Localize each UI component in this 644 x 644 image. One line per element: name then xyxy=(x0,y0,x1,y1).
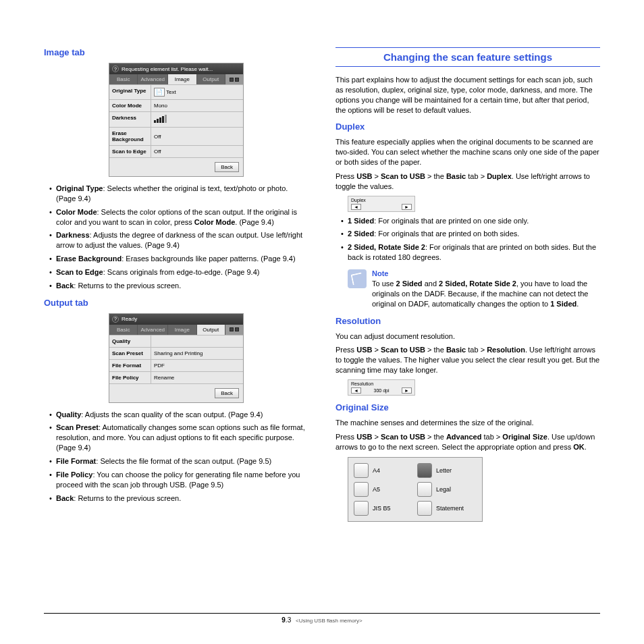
resolution-heading: Resolution xyxy=(336,316,600,326)
tab-advanced[interactable]: Advanced xyxy=(138,325,168,335)
page-footer: 9.3 <Using USB flash memory> xyxy=(44,613,600,624)
size-option[interactable]: Legal xyxy=(417,482,477,497)
page-icon: 📄 xyxy=(154,88,165,97)
image-tab-mock: ?Requesting element list. Please wait...… xyxy=(109,63,244,177)
back-button[interactable]: Back xyxy=(215,162,239,172)
duplex-control[interactable]: Duplex ◄► xyxy=(348,196,415,212)
size-option[interactable]: Statement xyxy=(417,501,477,516)
tab-output[interactable]: Output xyxy=(197,74,225,84)
size-panel: A4 Letter A5 Legal JIS B5 Statement xyxy=(348,457,483,522)
left-column: Image tab ?Requesting element list. Plea… xyxy=(44,41,308,522)
size-option[interactable]: A4 xyxy=(354,463,413,478)
tab-advanced[interactable]: Advanced xyxy=(138,74,168,84)
size-option[interactable]: Letter xyxy=(417,463,477,478)
tab-image[interactable]: Image xyxy=(168,325,196,335)
arrow-left-icon: ◄ xyxy=(351,204,361,210)
size-option[interactable]: A5 xyxy=(354,482,413,497)
help-icon: ? xyxy=(112,316,119,323)
original-size-heading: Original Size xyxy=(336,402,600,412)
tab-image[interactable]: Image xyxy=(168,74,196,84)
tab-basic[interactable]: Basic xyxy=(109,325,138,335)
main-heading: Changing the scan feature settings xyxy=(336,47,600,67)
back-button[interactable]: Back xyxy=(215,388,239,398)
view-toggle[interactable] xyxy=(225,325,243,335)
output-tab-bullets: Quality: Adjusts the scan quality of the… xyxy=(44,410,308,504)
image-tab-heading: Image tab xyxy=(44,47,308,57)
duplex-path: Press USB > Scan to USB > the Basic tab … xyxy=(336,171,600,192)
size-option[interactable]: JIS B5 xyxy=(354,501,413,516)
duplex-bullets: 1 Sided: For originals that are printed … xyxy=(336,216,600,263)
output-tab-mock: ?Ready Basic Advanced Image Output Quali… xyxy=(109,313,244,403)
arrow-left-icon: ◄ xyxy=(351,387,361,394)
output-tab-heading: Output tab xyxy=(44,298,308,308)
help-icon: ? xyxy=(112,65,119,72)
duplex-heading: Duplex xyxy=(336,122,600,132)
resolution-control[interactable]: Resolution ◄300 dpi► xyxy=(348,379,415,396)
original-size-path: Press USB > Scan to USB > the Advanced t… xyxy=(336,432,600,452)
view-toggle[interactable] xyxy=(225,74,243,84)
darkness-bars-icon xyxy=(154,115,167,124)
tab-basic[interactable]: Basic xyxy=(109,74,138,84)
right-column: Changing the scan feature settings This … xyxy=(336,41,600,522)
arrow-right-icon: ► xyxy=(402,387,412,394)
resolution-path: Press USB > Scan to USB > the Basic tab … xyxy=(336,345,600,375)
arrow-right-icon: ► xyxy=(402,204,412,210)
note-block: Note To use 2 Sided and 2 Sided, Rotate … xyxy=(348,269,600,309)
intro-text: This part explains how to adjust the doc… xyxy=(336,75,600,115)
tab-output[interactable]: Output xyxy=(197,325,225,335)
image-tab-bullets: Original Type: Selects whether the origi… xyxy=(44,184,308,291)
note-icon xyxy=(348,269,367,288)
